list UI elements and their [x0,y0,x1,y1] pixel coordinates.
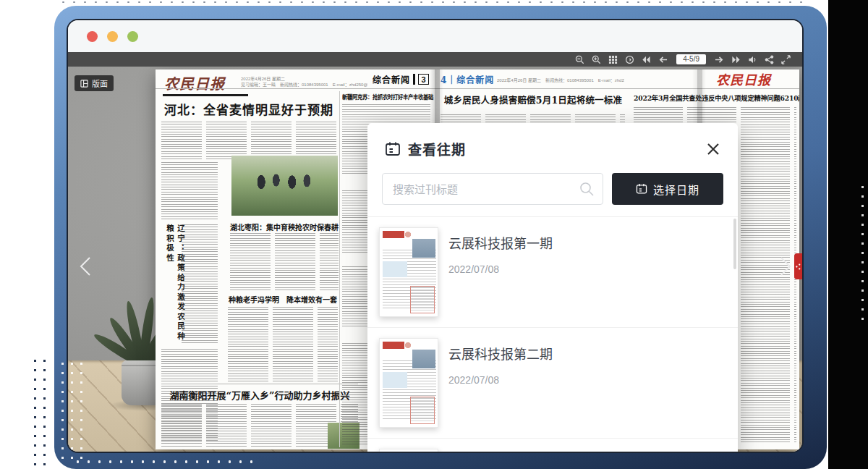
modal-header: 查看往期 [367,123,738,170]
issue-title: 云展科技报第二期 [448,344,553,363]
viewer-stage: 版面 农民日报 2022年4月26日 星期二 见习编辑：王一晴 新闻热线：010… [68,67,802,453]
zoom-window-button[interactable] [127,31,138,42]
page4-section-header: 4｜综合新闻 [441,73,494,85]
layout-button[interactable]: 版面 [75,75,114,91]
issue-thumbnail [379,338,438,428]
decor-dots-top [58,0,810,4]
page4-headline-main: 城乡居民人身损害赔偿5月1日起将统一标准 [441,93,626,106]
page-indicator[interactable]: 4-5/9 [676,54,706,64]
select-date-button[interactable]: 选择日期 [612,173,723,205]
modal-scrollbar-thumb[interactable] [733,219,736,269]
sound-icon[interactable] [748,55,757,64]
zoom-out-icon[interactable] [575,55,584,64]
decor-dots-left [30,356,51,466]
search-icon[interactable] [579,181,595,197]
prev-page-icon[interactable] [658,55,668,64]
prev-spread-chevron[interactable] [78,256,93,276]
issue-list-item[interactable]: 云展科技报第二期 2022/07/08 [367,328,738,439]
calendar-icon [385,141,401,157]
issue-list-item[interactable]: 云展科技报第三期 [367,439,738,453]
issue-thumbnail [379,227,438,317]
page-dark-strip [828,0,868,469]
layout-grid-icon [80,80,88,88]
calendar-icon [636,183,647,195]
last-page-icon[interactable] [731,55,741,64]
next-spread-chevron[interactable] [778,256,793,276]
issue-list-item[interactable]: 云展科技报第一期 2022/07/08 [367,217,738,328]
page3-column-headline: 新疆阿克苏：抢抓农时打好丰产丰收基础 [342,93,428,101]
next-page-icon[interactable] [715,55,724,64]
page3-headline-sub: 种粮老手冯学明 降本增效有一套 [228,294,338,305]
zoom-in-icon[interactable] [592,55,601,64]
page3-section-header: 综合新闻 3 [373,73,429,85]
first-page-icon[interactable] [642,55,651,64]
search-box [382,173,603,205]
modal-search-row: 选择日期 [367,170,738,216]
page3-headline-main: 河北：全省麦情明显好于预期 [161,100,336,118]
side-panel-tab[interactable] [794,253,802,279]
minimize-window-button[interactable] [107,31,118,42]
page3-contact: 见习编辑：王一晴 新闻热线：01084395001 E-mail：zhd250@… [241,81,367,88]
page3-photo-field [231,156,338,216]
side-tab-share-icon [796,263,801,270]
issue-date: 2022/07/08 [448,263,553,275]
page: 4-5/9 版面 [0,0,868,469]
viewer-toolbar: 4-5/9 [68,52,802,67]
share-icon[interactable] [765,55,774,64]
close-window-button[interactable] [87,31,98,42]
thumbnails-icon[interactable] [608,55,618,64]
issue-date: 2022/07/08 [448,374,553,386]
past-issues-modal: 查看往期 选择日期 云展科 [367,123,738,453]
slideshow-icon[interactable] [625,55,634,64]
layout-button-label: 版面 [92,77,108,89]
fullscreen-icon[interactable] [781,55,791,64]
issue-thumbnail [379,449,438,453]
page4-contact: 2022年4月26日 星期二 新闻热线：01084395001 E-mail：z… [497,77,624,83]
close-icon[interactable] [706,142,720,156]
issue-title: 云展科技报第一期 [448,233,553,252]
search-input[interactable] [382,173,603,205]
page3-masthead: 农民日报 [164,72,225,93]
page3-headline-photo: 湖北枣阳：集中育秧抢农时保春耕 [230,221,339,232]
window-titlebar [68,20,802,52]
page5-masthead: 农民日报 [716,69,771,88]
browser-window: 4-5/9 版面 [67,19,804,453]
page5-headline-main: 2022年3月全国共查处违反中央八项规定精神问题6210起 [634,93,792,103]
select-date-label: 选择日期 [653,182,699,197]
modal-title: 查看往期 [408,139,466,159]
page3-headline-bottom: 湖南衡阳开展“万雁入乡”行动助力乡村振兴 [161,388,358,402]
